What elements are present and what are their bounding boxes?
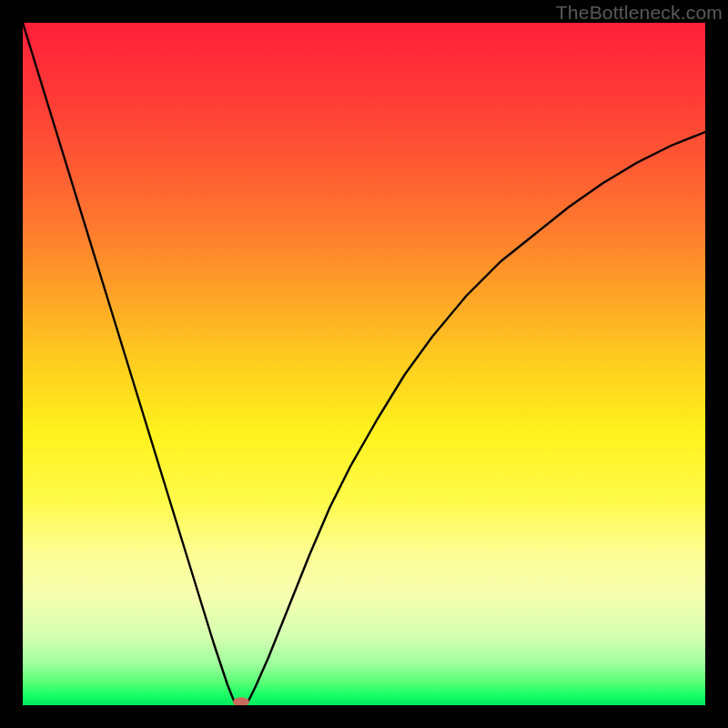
chart-frame: TheBottleneck.com [0, 0, 728, 728]
watermark-text: TheBottleneck.com [556, 2, 723, 24]
gradient-background [23, 23, 705, 705]
plot-area [23, 23, 705, 705]
bottleneck-curve-chart [23, 23, 705, 705]
